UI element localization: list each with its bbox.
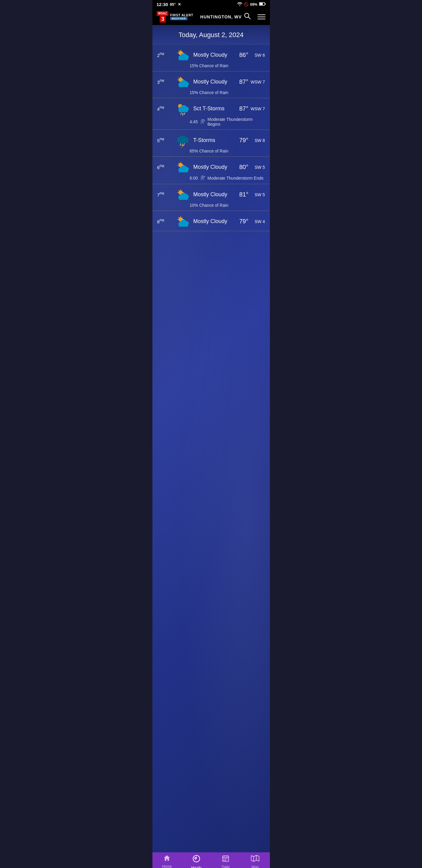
svg-line-51: [178, 163, 179, 163]
condition-label: T-Storms: [193, 137, 232, 144]
home-icon: [163, 855, 170, 863]
wind-label: WSW 7: [249, 106, 265, 111]
status-icon-x: ✕: [178, 2, 181, 7]
calendar-icon: [222, 855, 229, 864]
map-icon: [251, 855, 259, 864]
back-clock-icon: [192, 855, 200, 864]
svg-line-75: [178, 217, 179, 218]
condition-label: Mostly Cloudy: [193, 164, 232, 170]
alert-time: 4:45: [190, 119, 198, 124]
condition-label: Mostly Cloudy: [193, 52, 232, 58]
hourly-content: 2PM Mostly Cloudy 86° SW 6 15% Chance of…: [153, 44, 270, 852]
svg-line-43: [180, 144, 181, 146]
hamburger-line: [258, 17, 265, 17]
weather-row: 4PM Sct T-Storms 87° WSW 7 4:45 ⛈ Modera…: [153, 98, 270, 130]
svg-rect-28: [179, 84, 188, 87]
nav-daily[interactable]: Daily: [215, 855, 236, 868]
svg-marker-45: [181, 143, 184, 149]
hour-time: 5PM: [157, 138, 172, 143]
svg-rect-91: [225, 860, 226, 861]
battery-icon: [259, 2, 266, 7]
sub-text: 15% Chance of Rain: [190, 90, 228, 95]
wind-label: SW 4: [249, 219, 265, 224]
svg-marker-92: [251, 855, 259, 861]
svg-rect-57: [179, 169, 188, 173]
svg-rect-1: [265, 3, 265, 5]
weather-row: 5PM T-Storms 79° SW 8 65% Chance of Rain: [153, 130, 270, 157]
condition-label: Mostly Cloudy: [193, 191, 232, 198]
header-location: HUNTINGTON, WV: [200, 13, 251, 21]
svg-rect-34: [179, 108, 188, 112]
condition-label: Sct T-Storms: [193, 105, 232, 112]
hour-time: 2PM: [157, 53, 172, 58]
sub-text: 65% Chance of Rain: [190, 149, 228, 153]
no-sound-icon: 🚫: [244, 2, 249, 7]
weather-row: 3PM Mostly Cloudy 87° WSW 7 15% Chance o…: [153, 71, 270, 98]
svg-rect-42: [178, 139, 188, 143]
nav-home-label: Home: [162, 864, 172, 868]
hour-time: 6PM: [157, 164, 172, 170]
nav-home[interactable]: Home: [156, 855, 177, 868]
weather-badge: WEATHER: [170, 17, 187, 20]
battery-percent: 69%: [250, 2, 257, 7]
hour-time: 4PM: [157, 106, 172, 112]
status-bar: 12:30 85° ✕ 🚫 69%: [153, 0, 270, 9]
nav-map[interactable]: Map: [245, 855, 266, 868]
weather-row: 8PM Mostly Cloudy 79° SW 4: [153, 211, 270, 231]
sub-icon: ⛈: [200, 176, 205, 181]
app-header: WSAZ 3 FIRST ALERT WEATHER HUNTINGTON, W…: [153, 9, 270, 25]
hour-time: 8PM: [157, 219, 172, 224]
location-text: HUNTINGTON, WV: [200, 14, 241, 19]
hour-time: 3PM: [157, 79, 172, 85]
sub-text: Moderate Thunderstorm Ends: [207, 176, 264, 181]
weather-row: 7PM Mostly Cloudy 81° SW 5 10% Chance of…: [153, 184, 270, 211]
hamburger-line: [258, 19, 265, 19]
svg-line-4: [248, 17, 250, 19]
nav-hourly[interactable]: Hourly: [186, 855, 207, 868]
sub-icon: ⛈: [200, 119, 205, 124]
svg-line-22: [178, 78, 179, 78]
svg-line-63: [178, 190, 179, 191]
wifi-icon: [237, 2, 242, 7]
status-time: 12:30: [157, 2, 168, 7]
wind-label: SW 8: [249, 138, 265, 143]
sub-text: 15% Chance of Rain: [190, 63, 228, 68]
alert-time: 6:00: [190, 176, 198, 181]
svg-rect-16: [179, 57, 188, 60]
svg-line-36: [184, 113, 185, 115]
temp-label: 79°: [232, 137, 249, 144]
temp-label: 87°: [232, 105, 249, 112]
status-temp: 85°: [170, 2, 176, 7]
svg-rect-87: [224, 858, 224, 859]
temp-label: 79°: [232, 218, 249, 225]
weather-icon: [175, 188, 190, 201]
condition-label: Mostly Cloudy: [193, 218, 232, 224]
svg-marker-37: [182, 112, 184, 117]
nav-daily-label: Daily: [222, 865, 230, 868]
wind-label: SW 6: [249, 53, 265, 58]
temp-label: 87°: [232, 79, 249, 85]
weather-icon: [175, 161, 190, 174]
svg-rect-2: [259, 3, 263, 5]
svg-rect-89: [227, 858, 227, 859]
search-button[interactable]: [244, 13, 251, 21]
hamburger-line: [258, 14, 265, 15]
svg-rect-69: [179, 196, 188, 200]
wind-label: SW 5: [249, 192, 265, 197]
weather-icon: [175, 49, 190, 61]
nav-hourly-label: Hourly: [191, 866, 201, 868]
weather-icon: [175, 102, 190, 115]
sub-text: Moderate Thunderstorm Begins: [207, 117, 265, 127]
svg-rect-88: [225, 858, 226, 859]
hour-time: 7PM: [157, 192, 172, 197]
sub-text: 10% Chance of Rain: [190, 203, 228, 208]
app-logo: WSAZ 3 FIRST ALERT WEATHER: [157, 11, 193, 23]
first-alert-label: FIRST ALERT: [170, 13, 193, 17]
menu-button[interactable]: [258, 14, 265, 19]
svg-line-10: [178, 51, 179, 51]
date-text: Today, August 2, 2024: [178, 31, 244, 38]
channel-number: 3: [160, 16, 166, 23]
temp-label: 81°: [232, 191, 249, 198]
wind-label: SW 5: [249, 165, 265, 170]
date-header: Today, August 2, 2024: [153, 25, 270, 44]
